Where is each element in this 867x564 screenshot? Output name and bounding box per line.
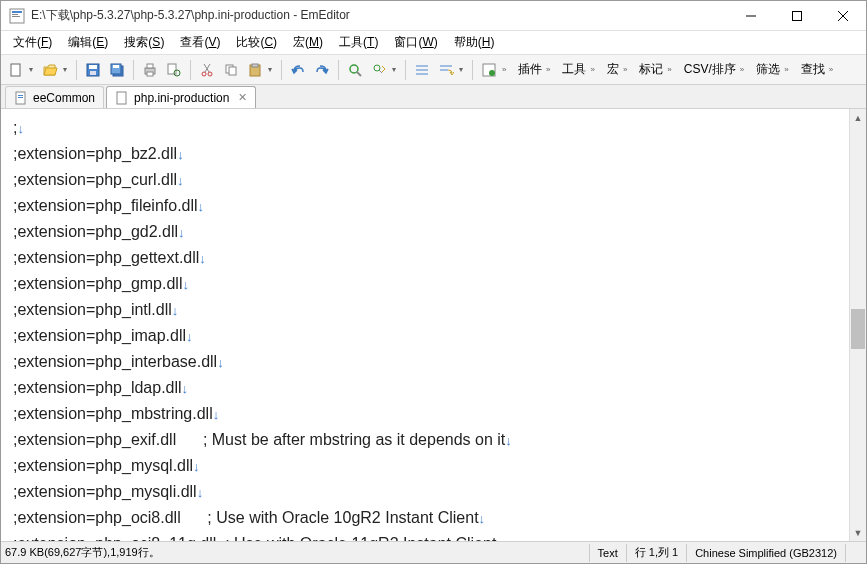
vertical-scrollbar[interactable]: ▲ ▼ (849, 109, 866, 541)
scroll-down-icon[interactable]: ▼ (850, 524, 866, 541)
status-cursor-position[interactable]: 行 1,列 1 (626, 544, 686, 562)
status-encoding[interactable]: Chinese Simplified (GB2312) (686, 544, 845, 562)
svg-rect-27 (252, 64, 258, 67)
tab-label: php.ini-production (134, 91, 229, 105)
svg-rect-42 (117, 92, 126, 104)
svg-rect-40 (18, 95, 23, 96)
new-file-icon[interactable] (5, 59, 27, 81)
menu-tools[interactable]: 工具(T) (335, 32, 382, 53)
svg-rect-11 (90, 71, 96, 75)
plugin-menu-plugin[interactable]: 插件» (512, 59, 556, 80)
svg-rect-18 (168, 64, 176, 74)
minimize-button[interactable] (728, 1, 774, 31)
svg-rect-41 (18, 97, 23, 98)
plugin-menu-macro[interactable]: 宏» (601, 59, 633, 80)
properties-icon[interactable] (478, 59, 500, 81)
plugin-bar: 插件» 工具» 宏» 标记» CSV/排序» 筛选» 查找» (512, 59, 839, 80)
separator (76, 60, 77, 80)
menu-window[interactable]: 窗口(W) (390, 32, 441, 53)
save-icon[interactable] (82, 59, 104, 81)
separator (190, 60, 191, 80)
toolbar: ▾ ▾ ▾ ▾ ▾ » 插件» 工具» 宏» 标记» CSV/排序» 筛选» 查… (1, 55, 866, 85)
separator (281, 60, 282, 80)
overflow-icon[interactable]: » (502, 65, 510, 74)
menu-help[interactable]: 帮助(H) (450, 32, 499, 53)
svg-rect-1 (12, 11, 22, 13)
separator (133, 60, 134, 80)
editor-area: ;↓ ;extension=php_bz2.dll↓ ;extension=ph… (1, 109, 866, 541)
svg-rect-17 (147, 72, 153, 76)
svg-line-22 (205, 64, 210, 72)
dropdown-icon[interactable]: ▾ (268, 65, 276, 74)
svg-rect-14 (113, 65, 119, 68)
svg-point-21 (208, 72, 212, 76)
dropdown-icon[interactable]: ▾ (29, 65, 37, 74)
svg-line-31 (379, 70, 382, 73)
separator (405, 60, 406, 80)
print-icon[interactable] (139, 59, 161, 81)
titlebar: E:\下载\php-5.3.27\php-5.3.27\php.ini-prod… (1, 1, 866, 31)
separator (472, 60, 473, 80)
svg-line-29 (357, 72, 361, 76)
svg-rect-5 (793, 11, 802, 20)
svg-point-28 (350, 65, 358, 73)
undo-icon[interactable] (287, 59, 309, 81)
tab-label: eeCommon (33, 91, 95, 105)
scroll-thumb[interactable] (851, 309, 865, 349)
print-preview-icon[interactable] (163, 59, 185, 81)
file-icon (14, 91, 28, 105)
dropdown-icon[interactable]: ▾ (392, 65, 400, 74)
tab-php-ini-production[interactable]: php.ini-production ✕ (106, 86, 256, 108)
plugin-menu-csv[interactable]: CSV/排序» (678, 59, 750, 80)
svg-line-23 (204, 64, 209, 72)
status-mode[interactable]: Text (589, 544, 626, 562)
wordwrap-off-icon[interactable] (411, 59, 433, 81)
tabbar: eeCommon php.ini-production ✕ (1, 85, 866, 109)
menu-macro[interactable]: 宏(M) (289, 32, 327, 53)
svg-rect-25 (229, 67, 236, 75)
menu-search[interactable]: 搜索(S) (120, 32, 168, 53)
plugin-menu-filter[interactable]: 筛选» (750, 59, 794, 80)
maximize-button[interactable] (774, 1, 820, 31)
close-icon[interactable]: ✕ (238, 91, 247, 104)
svg-point-20 (202, 72, 206, 76)
plugin-menu-mark[interactable]: 标记» (633, 59, 677, 80)
redo-icon[interactable] (311, 59, 333, 81)
status-file-info: 67.9 KB(69,627字节),1,919行。 (5, 545, 589, 560)
scroll-up-icon[interactable]: ▲ (850, 109, 866, 126)
cut-icon[interactable] (196, 59, 218, 81)
app-icon (9, 8, 25, 24)
svg-rect-3 (12, 16, 20, 17)
dropdown-icon[interactable]: ▾ (63, 65, 71, 74)
svg-rect-10 (89, 65, 97, 69)
menu-file[interactable]: 文件(F) (9, 32, 56, 53)
window-title: E:\下载\php-5.3.27\php-5.3.27\php.ini-prod… (31, 7, 728, 24)
plugin-menu-find[interactable]: 查找» (795, 59, 839, 80)
svg-rect-8 (11, 64, 20, 76)
svg-rect-2 (12, 14, 18, 15)
replace-icon[interactable] (368, 59, 390, 81)
menu-edit[interactable]: 编辑(E) (64, 32, 112, 53)
svg-point-38 (489, 70, 495, 76)
plugin-menu-tool[interactable]: 工具» (556, 59, 600, 80)
tab-eecommon[interactable]: eeCommon (5, 86, 104, 108)
menubar: 文件(F) 编辑(E) 搜索(S) 查看(V) 比较(C) 宏(M) 工具(T)… (1, 31, 866, 55)
wordwrap-on-icon[interactable] (435, 59, 457, 81)
save-all-icon[interactable] (106, 59, 128, 81)
file-icon (115, 91, 129, 105)
statusbar: 67.9 KB(69,627字节),1,919行。 Text 行 1,列 1 C… (1, 541, 866, 563)
menu-view[interactable]: 查看(V) (176, 32, 224, 53)
menu-compare[interactable]: 比较(C) (232, 32, 281, 53)
window-controls (728, 1, 866, 31)
status-extra (845, 544, 862, 562)
dropdown-icon[interactable]: ▾ (459, 65, 467, 74)
paste-icon[interactable] (244, 59, 266, 81)
close-button[interactable] (820, 1, 866, 31)
text-editor[interactable]: ;↓ ;extension=php_bz2.dll↓ ;extension=ph… (1, 109, 849, 541)
separator (338, 60, 339, 80)
find-icon[interactable] (344, 59, 366, 81)
copy-icon[interactable] (220, 59, 242, 81)
svg-rect-16 (147, 64, 153, 68)
open-file-icon[interactable] (39, 59, 61, 81)
